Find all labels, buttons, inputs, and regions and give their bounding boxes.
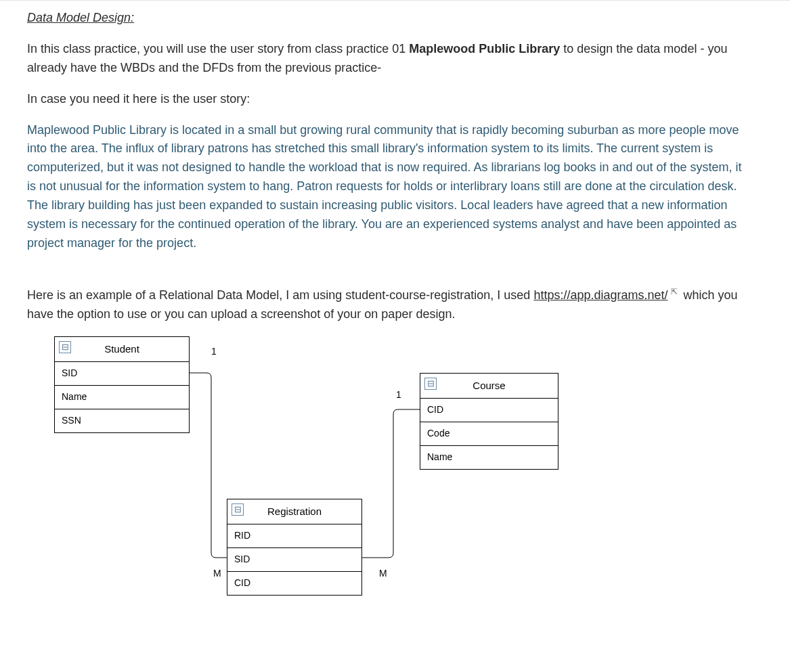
attr-code: Code xyxy=(420,422,558,446)
collapse-icon[interactable]: ⊟ xyxy=(59,341,71,353)
er-diagram: ⊟ Student SID Name SSN ⊟ Course CID Code… xyxy=(27,336,569,621)
attr-ssn: SSN xyxy=(55,409,189,432)
entity-student: ⊟ Student SID Name SSN xyxy=(54,336,190,433)
attr-rsid: SID xyxy=(227,548,361,572)
collapse-icon[interactable]: ⊟ xyxy=(232,503,244,516)
intro-text-1: In this class practice, you will use the… xyxy=(27,42,409,55)
document-page: Data Model Design: In this class practic… xyxy=(0,0,790,648)
example-text-1: Here is an example of a Relational Data … xyxy=(27,288,533,302)
entity-course-title: ⊟ Course xyxy=(420,374,558,399)
attr-rcid: CID xyxy=(227,572,361,595)
cardinality-many-right: M xyxy=(379,566,387,581)
entity-title-label: Registration xyxy=(267,503,322,519)
need-line: In case you need it here is the user sto… xyxy=(27,90,745,109)
cardinality-one-student: 1 xyxy=(211,344,217,359)
section-heading: Data Model Design: xyxy=(27,9,763,28)
attr-sid: SID xyxy=(55,362,189,386)
attr-cid: CID xyxy=(420,399,558,422)
entity-student-title: ⊟ Student xyxy=(55,337,189,362)
external-link-icon: ⇱ xyxy=(671,286,678,298)
attr-name: Name xyxy=(55,386,189,409)
entity-registration-title: ⊟ Registration xyxy=(227,499,361,524)
intro-bold: Maplewood Public Library xyxy=(409,42,560,55)
diagrams-net-link[interactable]: https://app.diagrams.net/ xyxy=(533,288,667,302)
attr-rid: RID xyxy=(227,524,361,548)
entity-title-label: Student xyxy=(104,341,139,357)
cardinality-many-left: M xyxy=(213,566,221,581)
attr-cname: Name xyxy=(420,446,558,469)
intro-paragraph: In this class practice, you will use the… xyxy=(27,40,745,78)
cardinality-one-course: 1 xyxy=(396,388,401,403)
user-story: Maplewood Public Library is located in a… xyxy=(27,121,745,253)
example-paragraph: Here is an example of a Relational Data … xyxy=(27,286,745,324)
entity-course: ⊟ Course CID Code Name xyxy=(420,373,558,470)
collapse-icon[interactable]: ⊟ xyxy=(424,378,437,390)
entity-title-label: Course xyxy=(473,378,505,393)
entity-registration: ⊟ Registration RID SID CID xyxy=(227,499,362,596)
